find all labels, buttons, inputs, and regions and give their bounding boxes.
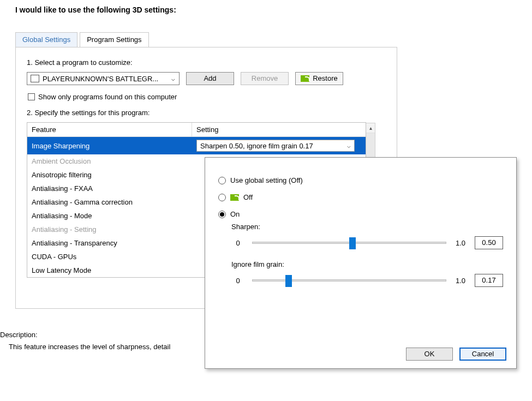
feature-cell: Image Sharpening bbox=[27, 139, 192, 153]
program-icon bbox=[31, 75, 39, 82]
description-label: Description: bbox=[0, 331, 38, 339]
checkbox-icon bbox=[28, 93, 35, 100]
cancel-button[interactable]: Cancel bbox=[459, 348, 506, 361]
slider-min: 0 bbox=[231, 239, 244, 247]
ok-button[interactable]: OK bbox=[406, 348, 453, 361]
slider-min: 0 bbox=[231, 277, 244, 285]
tab-strip: Global Settings Program Settings bbox=[15, 32, 151, 46]
restore-button[interactable]: Restore bbox=[295, 72, 343, 85]
image-sharpening-dialog: Use global setting (Off) Off On Sharpen:… bbox=[205, 157, 517, 369]
option-label: On bbox=[230, 210, 240, 218]
chevron-down-icon: ⌵ bbox=[167, 75, 179, 82]
feature-column-header[interactable]: Feature bbox=[27, 123, 192, 136]
setting-dropdown[interactable]: Sharpen 0.50, ignore film grain 0.17 ⌵ bbox=[196, 140, 355, 152]
setting-value: Sharpen 0.50, ignore film grain 0.17 bbox=[200, 142, 313, 150]
sharpen-label: Sharpen: bbox=[231, 223, 503, 231]
grain-value[interactable]: 0.17 bbox=[475, 274, 503, 287]
option-on[interactable]: On bbox=[218, 210, 503, 218]
radio-icon bbox=[218, 177, 226, 184]
tab-global-settings[interactable]: Global Settings bbox=[15, 32, 77, 47]
slider-max: 1.0 bbox=[454, 239, 467, 247]
nvidia-icon bbox=[230, 194, 239, 201]
sharpen-slider[interactable] bbox=[252, 237, 446, 248]
page-title: I would like to use the following 3D set… bbox=[15, 5, 176, 14]
program-select[interactable]: PLAYERUNKNOWN'S BATTLEGR... ⌵ bbox=[27, 72, 180, 85]
feature-cell: Antialiasing - Setting bbox=[27, 223, 192, 236]
radio-icon bbox=[218, 194, 226, 201]
scroll-up-icon[interactable]: ▴ bbox=[366, 123, 375, 133]
feature-cell: Antialiasing - Transparency bbox=[27, 236, 192, 250]
option-off[interactable]: Off bbox=[218, 193, 503, 201]
feature-cell: Antialiasing - FXAA bbox=[27, 182, 192, 195]
show-only-checkbox[interactable]: Show only programs found on this compute… bbox=[28, 93, 386, 101]
grain-slider[interactable] bbox=[252, 275, 446, 286]
option-label: Use global setting (Off) bbox=[230, 176, 303, 184]
show-only-label: Show only programs found on this compute… bbox=[38, 93, 177, 101]
remove-button: Remove bbox=[241, 72, 289, 85]
chevron-down-icon: ⌵ bbox=[347, 142, 351, 149]
restore-button-label: Restore bbox=[313, 73, 338, 85]
feature-cell: Antialiasing - Gamma correction bbox=[27, 195, 192, 209]
sharpen-value[interactable]: 0.50 bbox=[475, 236, 503, 249]
option-label: Off bbox=[243, 193, 253, 201]
add-button[interactable]: Add bbox=[186, 72, 234, 85]
option-use-global[interactable]: Use global setting (Off) bbox=[218, 176, 503, 184]
grain-label: Ignore film grain: bbox=[231, 260, 503, 268]
tab-program-settings[interactable]: Program Settings bbox=[80, 32, 148, 47]
feature-cell: Antialiasing - Mode bbox=[27, 209, 192, 223]
step2-label: 2. Specify the settings for this program… bbox=[27, 109, 386, 117]
program-select-text: PLAYERUNKNOWN'S BATTLEGR... bbox=[43, 75, 167, 83]
feature-cell: CUDA - GPUs bbox=[27, 250, 192, 264]
radio-icon bbox=[218, 211, 226, 218]
slider-max: 1.0 bbox=[454, 277, 467, 285]
feature-cell: Anisotropic filtering bbox=[27, 168, 192, 182]
setting-column-header[interactable]: Setting bbox=[192, 123, 366, 136]
feature-cell: Low Latency Mode bbox=[27, 264, 192, 277]
description-text: This feature increases the level of shar… bbox=[9, 343, 200, 351]
nvidia-icon bbox=[301, 75, 309, 82]
feature-cell: Ambient Occlusion bbox=[27, 154, 192, 168]
step1-label: 1. Select a program to customize: bbox=[27, 58, 386, 67]
table-row[interactable]: Image Sharpening Sharpen 0.50, ignore fi… bbox=[27, 137, 366, 154]
